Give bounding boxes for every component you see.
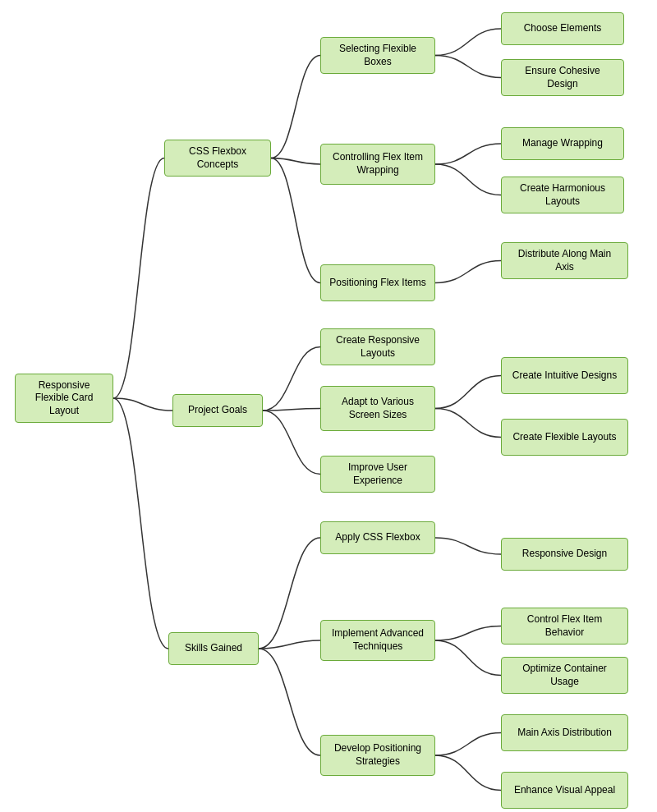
edge-root-skills bbox=[113, 398, 168, 649]
node-impl: Implement Advanced Techniques bbox=[320, 620, 435, 661]
node-optimize: Optimize Container Usage bbox=[501, 657, 628, 694]
node-ctrl: Controlling Flex Item Wrapping bbox=[320, 144, 435, 185]
edge-dev-enhance bbox=[435, 755, 501, 791]
edge-root-goals bbox=[113, 398, 172, 411]
node-choose: Choose Elements bbox=[501, 12, 624, 45]
edge-goals-adapt bbox=[263, 409, 320, 411]
node-sel: Selecting Flexible Boxes bbox=[320, 37, 435, 74]
node-manage: Manage Wrapping bbox=[501, 127, 624, 160]
edge-adapt-intuitive bbox=[435, 376, 501, 409]
node-dev: Develop Positioning Strategies bbox=[320, 735, 435, 776]
edge-goals-resp bbox=[263, 347, 320, 411]
node-main_axis: Main Axis Distribution bbox=[501, 714, 628, 751]
node-apply: Apply CSS Flexbox bbox=[320, 521, 435, 554]
edge-dev-main_axis bbox=[435, 733, 501, 756]
edge-sel-choose bbox=[435, 29, 501, 56]
node-improve: Improve User Experience bbox=[320, 456, 435, 493]
edge-root-css bbox=[113, 158, 164, 399]
edge-apply-responsive_design bbox=[435, 538, 501, 554]
mindmap-diagram: Responsive Flexible Card LayoutCSS Flexb… bbox=[0, 0, 657, 812]
edge-css-sel bbox=[271, 56, 320, 158]
edge-ctrl-manage bbox=[435, 144, 501, 164]
node-root: Responsive Flexible Card Layout bbox=[15, 374, 113, 423]
edge-goals-improve bbox=[263, 411, 320, 475]
node-harmonious: Create Harmonious Layouts bbox=[501, 177, 624, 213]
edge-skills-apply bbox=[259, 538, 320, 649]
edge-skills-impl bbox=[259, 640, 320, 649]
node-intuitive: Create Intuitive Designs bbox=[501, 357, 628, 394]
edge-impl-control_flex bbox=[435, 626, 501, 641]
node-pos: Positioning Flex Items bbox=[320, 264, 435, 301]
edge-css-ctrl bbox=[271, 158, 320, 165]
node-flexible: Create Flexible Layouts bbox=[501, 419, 628, 456]
node-resp: Create Responsive Layouts bbox=[320, 328, 435, 365]
node-enhance: Enhance Visual Appeal bbox=[501, 772, 628, 809]
edge-impl-optimize bbox=[435, 640, 501, 676]
node-ensure: Ensure Cohesive Design bbox=[501, 59, 624, 96]
node-responsive_design: Responsive Design bbox=[501, 538, 628, 571]
node-skills: Skills Gained bbox=[168, 632, 259, 665]
node-css: CSS Flexbox Concepts bbox=[164, 140, 271, 177]
edge-ctrl-harmonious bbox=[435, 164, 501, 195]
node-goals: Project Goals bbox=[172, 394, 263, 427]
node-control_flex: Control Flex Item Behavior bbox=[501, 608, 628, 645]
node-distribute: Distribute Along Main Axis bbox=[501, 242, 628, 279]
edge-pos-distribute bbox=[435, 261, 501, 283]
node-adapt: Adapt to Various Screen Sizes bbox=[320, 386, 435, 431]
edge-adapt-flexible bbox=[435, 409, 501, 438]
edge-css-pos bbox=[271, 158, 320, 283]
edge-skills-dev bbox=[259, 649, 320, 755]
edge-sel-ensure bbox=[435, 56, 501, 78]
